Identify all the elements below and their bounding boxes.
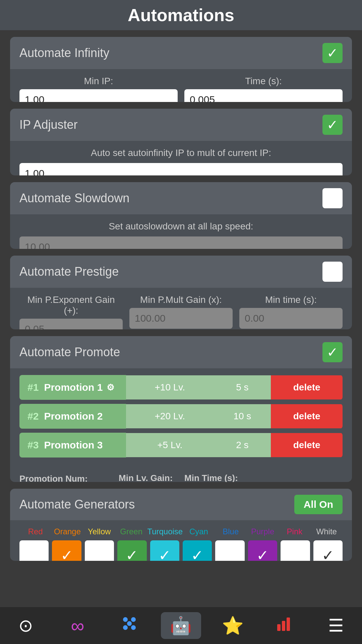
gen-checkbox-turquoise[interactable]: ✓ xyxy=(150,540,179,561)
star-icon: ⭐ xyxy=(222,615,244,636)
gen-checkbox-white[interactable]: ✓ xyxy=(313,540,343,561)
nav-infinity[interactable]: ∞ xyxy=(57,612,98,639)
min-mult-group: Min P.Mult Gain (x): xyxy=(129,294,233,329)
min-ip-group: Min IP: xyxy=(19,76,178,102)
nav-robot[interactable]: 🤖 xyxy=(161,612,201,639)
svg-point-2 xyxy=(123,625,128,630)
header: Automations xyxy=(0,0,362,30)
automate-slowdown-checkbox[interactable] xyxy=(322,188,343,208)
gen-label-pink: Pink xyxy=(279,527,310,536)
promo-num-form-label: Promotion Num: xyxy=(19,474,113,482)
gear-icon-1[interactable]: ⚙ xyxy=(107,382,114,393)
svg-point-3 xyxy=(131,625,136,630)
min-ip-label: Min IP: xyxy=(19,76,178,87)
gen-checkbox-green[interactable]: ✓ xyxy=(117,540,146,561)
nav-chart[interactable] xyxy=(264,612,305,639)
promotion-3-gain: +5 Lv. xyxy=(126,433,214,457)
automate-promote-header: Automate Promote ✓ xyxy=(10,336,352,368)
gen-label-green: Green xyxy=(115,527,147,536)
gen-label-blue: Blue xyxy=(215,527,247,536)
gen-checkbox-purple[interactable]: ✓ xyxy=(248,540,277,561)
nav-menu[interactable]: ☰ xyxy=(316,612,356,639)
automate-prestige-title: Automate Prestige xyxy=(19,265,119,279)
svg-rect-7 xyxy=(287,618,290,631)
ip-adjuster-body: Auto set autoinfinity IP to mult of curr… xyxy=(10,141,352,175)
min-time-label: Min time (s): xyxy=(239,294,343,305)
promotion-row-1: #1 Promotion 1 ⚙ +10 Lv. 5 s delete xyxy=(19,375,343,400)
promotion-3-name: Promotion 3 xyxy=(44,439,103,451)
gen-checkbox-red[interactable] xyxy=(19,540,49,561)
ip-adjuster-desc: Auto set autoinfinity IP to mult of curr… xyxy=(19,148,343,158)
automate-infinity-checkbox[interactable]: ✓ xyxy=(322,43,343,63)
delete-button-2[interactable]: delete xyxy=(271,404,343,428)
promotion-3-label: #3 Promotion 3 xyxy=(19,433,126,458)
min-ip-input[interactable] xyxy=(19,89,178,102)
min-lv-gain-group: Min Lv. Gain: xyxy=(119,473,179,482)
gen-checkbox-cyan[interactable]: ✓ xyxy=(183,540,212,561)
ip-adjuster-checkbox[interactable]: ✓ xyxy=(322,115,343,135)
promotion-row-2: #2 Promotion 2 +20 Lv. 10 s delete xyxy=(19,404,343,429)
min-time-form-group: Min Time (s): xyxy=(184,473,245,482)
nav-star[interactable]: ⭐ xyxy=(213,612,253,639)
automate-generators-card: Automate Generators All On Red Orange Ye… xyxy=(10,489,352,561)
min-time-form-label: Min Time (s): xyxy=(184,473,245,482)
target-icon: ⊙ xyxy=(18,615,33,636)
delete-button-3[interactable]: delete xyxy=(271,433,343,457)
automate-prestige-checkbox[interactable] xyxy=(322,262,343,282)
nav-target[interactable]: ⊙ xyxy=(6,612,46,639)
promotion-3-time: 2 s xyxy=(214,433,271,457)
promo-add-form: Promotion Num: #4 Promotions Power Min L… xyxy=(19,473,343,482)
gen-label-orange: Orange xyxy=(51,527,83,536)
gen-checkbox-pink[interactable] xyxy=(281,540,310,561)
promo-num-group: Promotion Num: #4 Promotions Power xyxy=(19,474,113,482)
promotion-2-num: #2 xyxy=(27,411,39,422)
generators-grid: Red Orange Yellow Green Turquoise Cyan B… xyxy=(10,520,352,561)
delete-button-1[interactable]: delete xyxy=(271,375,343,399)
gen-checkbox-blue[interactable] xyxy=(215,540,244,561)
gen-label-red: Red xyxy=(19,527,51,536)
min-lv-gain-label: Min Lv. Gain: xyxy=(119,473,179,482)
menu-icon: ☰ xyxy=(328,615,344,636)
svg-rect-6 xyxy=(282,621,285,631)
svg-rect-5 xyxy=(277,624,281,631)
automate-infinity-body: Min IP: Time (s): xyxy=(10,69,352,102)
automate-slowdown-header: Automate Slowdown xyxy=(10,182,352,214)
ip-adjuster-input[interactable] xyxy=(19,163,343,175)
svg-point-4 xyxy=(127,621,132,626)
automate-promote-body: #1 Promotion 1 ⚙ +10 Lv. 5 s delete #2 P… xyxy=(10,368,352,482)
time-input[interactable] xyxy=(184,89,343,102)
promotion-2-gain: +20 Lv. xyxy=(126,404,214,428)
svg-point-1 xyxy=(131,617,136,622)
automate-prestige-card: Automate Prestige Min P.Exponent Gain (+… xyxy=(10,256,352,329)
min-exp-group: Min P.Exponent Gain (+): xyxy=(19,294,123,329)
gen-label-cyan: Cyan xyxy=(183,527,215,536)
promotion-1-name: Promotion 1 xyxy=(44,382,103,393)
automate-promote-title: Automate Promote xyxy=(19,345,120,359)
automate-promote-checkbox[interactable]: ✓ xyxy=(322,342,343,362)
gen-label-yellow: Yellow xyxy=(83,527,115,536)
automate-slowdown-desc: Set autoslowdown at all lap speed: xyxy=(19,221,343,232)
gen-label-turquoise: Turquoise xyxy=(147,527,183,536)
promotion-row-3: #3 Promotion 3 +5 Lv. 2 s delete xyxy=(19,433,343,458)
gen-label-white: White xyxy=(311,527,343,536)
time-group: Time (s): xyxy=(184,76,343,102)
automate-infinity-header: Automate Infinity ✓ xyxy=(10,37,352,69)
generator-labels: Red Orange Yellow Green Turquoise Cyan B… xyxy=(19,527,343,536)
automate-slowdown-title: Automate Slowdown xyxy=(19,191,129,205)
dots-icon xyxy=(121,615,138,636)
automate-infinity-title: Automate Infinity xyxy=(19,46,109,60)
nav-dots[interactable] xyxy=(109,612,149,639)
min-exp-input xyxy=(19,319,123,329)
time-label: Time (s): xyxy=(184,76,343,87)
page-title: Automations xyxy=(128,5,234,25)
content-area: Automate Infinity ✓ Min IP: Time (s): IP… xyxy=(0,30,362,607)
gen-checkbox-orange[interactable]: ✓ xyxy=(52,540,81,561)
promotion-1-gain: +10 Lv. xyxy=(126,375,214,399)
promotion-1-time: 5 s xyxy=(214,375,271,399)
min-mult-input xyxy=(129,308,233,329)
promotion-1-label: #1 Promotion 1 ⚙ xyxy=(19,375,126,400)
promotion-2-label: #2 Promotion 2 xyxy=(19,404,126,429)
gen-checkbox-yellow[interactable] xyxy=(85,540,114,561)
automate-prestige-header: Automate Prestige xyxy=(10,256,352,288)
all-on-button[interactable]: All On xyxy=(294,495,343,514)
